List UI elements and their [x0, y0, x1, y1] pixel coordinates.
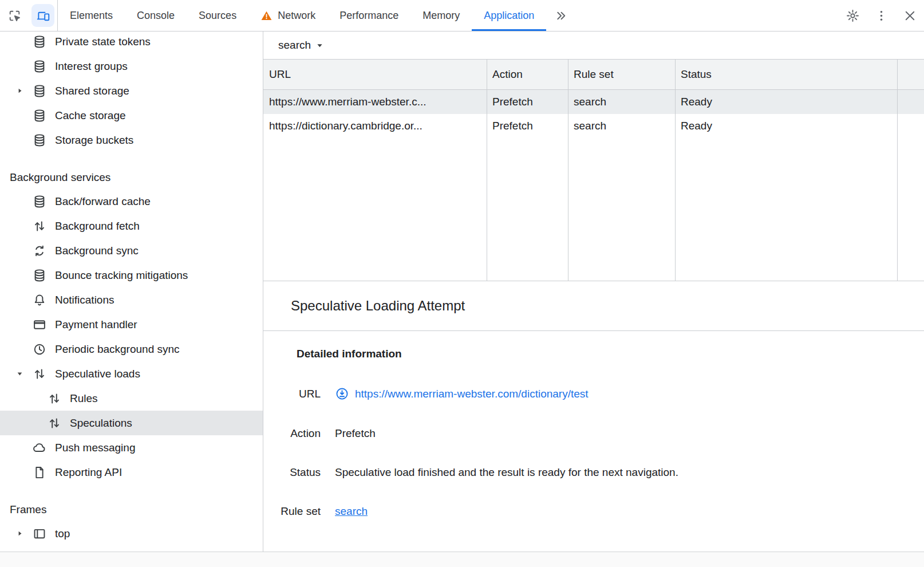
cell-action: Prefetch — [487, 120, 568, 132]
sidebar-item-label: Payment handler — [55, 318, 137, 331]
detailed-information-heading: Detailed information — [297, 348, 924, 360]
sidebar-item-speculative-loads[interactable]: Speculative loads — [0, 361, 263, 386]
detail-label: Rule set — [263, 505, 321, 518]
detail-value-link[interactable]: https://www.merriam-webster.com/dictiona… — [355, 388, 589, 400]
sidebar-item-notifications[interactable]: Notifications — [0, 288, 263, 312]
payment-card-icon — [31, 317, 48, 332]
sidebar-item-periodic-background-sync[interactable]: Periodic background sync — [0, 337, 263, 361]
arrows-updown-icon — [31, 367, 48, 381]
kebab-menu-button[interactable] — [867, 0, 895, 31]
database-icon — [31, 84, 48, 99]
tab-memory[interactable]: Memory — [410, 0, 472, 31]
devtools-content: Private state tokensInterest groupsShare… — [0, 32, 924, 552]
table-row[interactable]: https://www.merriam-webster.c...Prefetch… — [263, 90, 924, 114]
tab-application[interactable]: Application — [472, 0, 546, 31]
sidebar-item-bounce-tracking-mitigations[interactable]: Bounce tracking mitigations — [0, 263, 263, 288]
sidebar-item-private-state-tokens[interactable]: Private state tokens — [0, 32, 263, 54]
attempt-section-header: Speculative Loading Attempt — [263, 281, 924, 331]
detail-label: Action — [263, 427, 321, 440]
toolbar-spacer — [575, 0, 838, 31]
settings-icon — [846, 9, 860, 23]
devtools-window: ElementsConsoleSourcesNetworkPerformance… — [0, 0, 924, 567]
expander-expanded-icon[interactable] — [8, 370, 31, 377]
cell-url: https://dictionary.cambridge.or... — [263, 120, 487, 132]
tab-label: Console — [137, 10, 175, 22]
ruleset-filter-label: search — [278, 39, 311, 52]
tab-console[interactable]: Console — [125, 0, 187, 31]
detail-value-link[interactable]: search — [335, 505, 368, 518]
column-header-status: Status — [675, 68, 897, 81]
settings-button[interactable] — [838, 0, 867, 31]
expander-collapsed-icon[interactable] — [8, 87, 31, 94]
frame-icon — [31, 526, 48, 541]
clock-icon — [31, 342, 48, 357]
devtools-tabs: ElementsConsoleSourcesNetworkPerformance… — [58, 0, 546, 31]
speculations-panel: search URLActionRule setStatus https://w… — [263, 32, 924, 552]
warning-icon — [260, 10, 273, 22]
sidebar-item-storage-buckets[interactable]: Storage buckets — [0, 128, 263, 152]
detail-fields: URLhttps://www.merriam-webster.com/dicti… — [263, 387, 924, 518]
expander-collapsed-icon[interactable] — [8, 530, 31, 537]
chevron-double-right-icon — [554, 9, 568, 23]
sidebar-item-interest-groups[interactable]: Interest groups — [0, 54, 263, 78]
tab-label: Elements — [70, 10, 113, 22]
ruleset-filter-dropdown[interactable]: search — [278, 39, 325, 52]
cell-status: Ready — [675, 120, 897, 132]
tab-label: Network — [278, 10, 315, 22]
sidebar-item-label: Notifications — [55, 294, 114, 306]
column-divider — [568, 60, 568, 281]
table-header-row: URLActionRule setStatus — [263, 60, 924, 90]
cell-action: Prefetch — [487, 96, 568, 108]
sidebar-item-shared-storage[interactable]: Shared storage — [0, 78, 263, 103]
tab-label: Application — [484, 10, 534, 22]
detail-field-status: StatusSpeculative load finished and the … — [263, 466, 924, 479]
sidebar-item-cache-storage[interactable]: Cache storage — [0, 103, 263, 128]
detail-field-url: URLhttps://www.merriam-webster.com/dicti… — [263, 387, 924, 401]
sidebar-item-label: Shared storage — [55, 85, 129, 97]
column-divider — [487, 60, 487, 281]
database-icon — [31, 59, 48, 74]
tab-performance[interactable]: Performance — [327, 0, 410, 31]
sidebar-item-label: Private state tokens — [55, 36, 151, 48]
tab-sources[interactable]: Sources — [187, 0, 248, 31]
column-header-action: Action — [487, 68, 568, 81]
sidebar-item-back-forward-cache[interactable]: Back/forward cache — [0, 189, 263, 214]
close-button[interactable] — [895, 0, 924, 31]
speculations-filterbar: search — [263, 32, 924, 60]
arrows-updown-icon — [46, 416, 63, 431]
sidebar-item-label: Bounce tracking mitigations — [55, 269, 188, 282]
device-toolbar-button[interactable] — [29, 0, 57, 31]
sidebar-item-reporting-api[interactable]: Reporting API — [0, 460, 263, 485]
sidebar-item-label: Reporting API — [55, 466, 122, 479]
sidebar-item-push-messaging[interactable]: Push messaging — [0, 435, 263, 460]
database-icon — [31, 268, 48, 283]
cell-url: https://www.merriam-webster.c... — [263, 96, 487, 108]
sidebar-item-rules[interactable]: Rules — [0, 386, 263, 411]
tab-label: Sources — [199, 10, 236, 22]
table-row[interactable]: https://dictionary.cambridge.or...Prefet… — [263, 114, 924, 138]
detail-value: Speculative load finished and the result… — [335, 466, 678, 479]
sidebar-item-background-fetch[interactable]: Background fetch — [0, 214, 263, 238]
tab-elements[interactable]: Elements — [58, 0, 125, 31]
detail-label: Status — [263, 466, 321, 479]
sidebar-item-speculations[interactable]: Speculations — [0, 411, 263, 435]
more-tabs-button[interactable] — [546, 0, 575, 31]
sidebar-section-frames: Frames — [0, 498, 263, 521]
inspect-button[interactable] — [0, 0, 29, 31]
sidebar-item-label: Interest groups — [55, 60, 128, 73]
device-toolbar-icon — [36, 9, 50, 23]
tab-network[interactable]: Network — [248, 0, 327, 31]
speculations-table: URLActionRule setStatus https://www.merr… — [263, 60, 924, 281]
sidebar-item-label: Storage buckets — [55, 134, 133, 147]
sidebar-item-payment-handler[interactable]: Payment handler — [0, 312, 263, 337]
sidebar-item-label: Background fetch — [55, 220, 140, 233]
sidebar-item-background-sync[interactable]: Background sync — [0, 238, 263, 263]
arrows-updown-icon — [31, 219, 48, 234]
sync-icon — [31, 243, 48, 258]
column-header-url: URL — [263, 68, 487, 81]
toolbar-left-buttons — [0, 0, 57, 31]
column-divider — [897, 60, 898, 281]
sidebar-item-top[interactable]: top — [0, 521, 263, 546]
tab-label: Performance — [339, 10, 398, 22]
sidebar-item-label: Speculative loads — [55, 368, 140, 380]
